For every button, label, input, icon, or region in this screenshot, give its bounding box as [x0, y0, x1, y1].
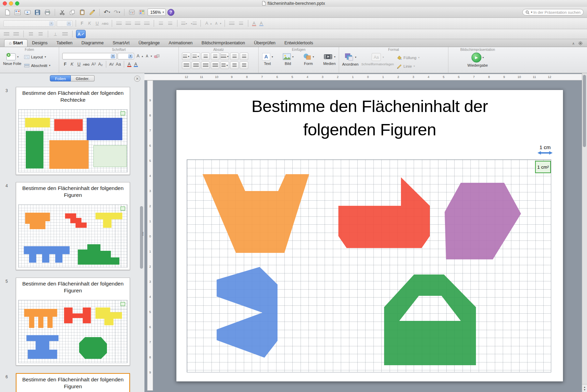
insert-medien-button[interactable]: ▾ Medien — [323, 53, 336, 66]
tab-start[interactable]: ⌂Start — [4, 39, 28, 47]
ribbon-group-bildschirmpraesentation: Bildschirmpräsentation ▶▾ Wiedergabe — [448, 47, 507, 73]
slide-thumbnail-6[interactable]: Bestimme den Flächeninhalt der folgenden… — [16, 373, 130, 392]
edit-text-button[interactable]: A — [76, 30, 86, 38]
insert-bild-button[interactable]: ▾ Bild — [282, 53, 294, 66]
toolbox-icon[interactable] — [128, 8, 136, 16]
chevron-down-icon: ▾ — [531, 11, 532, 14]
italic-button[interactable]: K — [69, 62, 75, 67]
media-browser-icon[interactable] — [138, 8, 146, 16]
blue-shape[interactable] — [217, 267, 278, 358]
wiedergabe-button[interactable]: ▶▾ Wiedergabe — [467, 53, 488, 67]
scroll-down-icon[interactable]: ▼ — [584, 389, 586, 391]
clear-formatting-icon[interactable] — [153, 53, 161, 59]
save-icon[interactable] — [33, 8, 42, 16]
insert-form-button[interactable]: ▾ Form — [303, 53, 314, 66]
abschnitt-button[interactable]: Abschnitt▾ — [24, 62, 50, 69]
smartart-convert-button[interactable] — [240, 61, 248, 69]
layout-button[interactable]: Layout▾ — [24, 53, 50, 60]
cut-icon[interactable] — [58, 8, 66, 16]
new-presentation-icon[interactable] — [3, 8, 12, 16]
new-slide-button[interactable]: ▾ Neue Folie — [3, 53, 21, 66]
print-icon[interactable] — [43, 8, 52, 16]
presentation-preview-icon[interactable] — [23, 8, 32, 16]
schnellformatvorlagen-button[interactable]: Aa▾ Schnellformatvorlagen — [361, 53, 394, 66]
scrollbar-thumb[interactable] — [583, 75, 586, 147]
slide-number: 6 — [6, 374, 8, 379]
text-direction-button[interactable] — [230, 53, 239, 60]
decrease-indent-button[interactable] — [201, 53, 210, 60]
quick-styles-icon: Aa — [371, 53, 381, 61]
numbered-list-button[interactable]: ▾ — [192, 53, 200, 60]
tab-diagramme[interactable]: Diagramme — [77, 40, 108, 47]
underline-button[interactable]: U — [76, 62, 82, 67]
orange-shape[interactable] — [203, 174, 309, 253]
change-case-button[interactable]: Aa — [116, 62, 121, 67]
font-color-button[interactable]: A — [127, 62, 132, 67]
help-icon[interactable]: ? — [167, 9, 174, 16]
linie-button[interactable]: Linie▾ — [396, 63, 420, 70]
sidebar-scrollbar[interactable] — [140, 206, 143, 269]
ruler-number: 3 — [148, 280, 153, 283]
line-pencil-icon — [396, 64, 402, 69]
tab-bildschirmpräsentation[interactable]: Bildschirmpräsentation — [197, 40, 249, 47]
superscript-button[interactable]: A² — [91, 62, 97, 67]
insert-text-button[interactable]: A▾ Text — [262, 53, 273, 66]
green-shape[interactable] — [384, 275, 476, 365]
fuellung-button[interactable]: Füllung▾ — [396, 54, 420, 61]
align-right-button[interactable] — [201, 61, 210, 69]
underline-button: U — [94, 21, 100, 26]
tab-entwicklertools[interactable]: Entwicklertools — [280, 40, 317, 47]
purple-shape[interactable] — [445, 183, 521, 259]
subscript-button[interactable]: A₂ — [98, 62, 104, 67]
align-text-vertical-button[interactable]: ▾ — [220, 61, 229, 69]
copy-icon[interactable] — [68, 8, 76, 16]
tab-animationen[interactable]: Animationen — [164, 40, 197, 47]
justify-button[interactable] — [211, 61, 219, 69]
redo-icon[interactable]: ↷▾ — [113, 8, 121, 16]
tab-smartart[interactable]: SmartArt — [108, 40, 134, 47]
vertical-scrollbar[interactable]: ▲ ▼ — [582, 73, 587, 392]
character-spacing-button[interactable]: AV — [109, 62, 115, 66]
text-wrap-button[interactable] — [230, 61, 239, 69]
secondary-toolbar: ⊥ A — [0, 29, 587, 39]
pane-resize-handle[interactable]: ••• — [142, 232, 144, 236]
ruler-number: 2 — [336, 75, 340, 79]
slide-gallery-icon[interactable] — [13, 8, 22, 16]
tab-folien[interactable]: Folien — [50, 75, 71, 81]
bullet-list-button[interactable]: ▾ — [182, 53, 191, 60]
tab-übergänge[interactable]: Übergänge — [134, 40, 164, 47]
columns-button[interactable] — [240, 53, 248, 60]
tab-überprüfen[interactable]: Überprüfen — [250, 40, 280, 47]
text-highlight-button[interactable]: A — [133, 62, 139, 67]
gear-icon[interactable] — [578, 41, 583, 46]
shrink-font-button[interactable]: A▾ — [144, 53, 152, 59]
undo-icon[interactable]: ↶▾ — [103, 8, 111, 16]
slide-thumbnail-4[interactable]: Bestimme den Flächeninhalt der folgenden… — [16, 182, 130, 270]
increase-indent-button[interactable] — [211, 53, 219, 60]
align-center-button[interactable] — [192, 61, 200, 69]
scroll-up-icon[interactable]: ▲ — [584, 386, 586, 388]
anordnen-button[interactable]: ▾ Anordnen — [342, 53, 359, 66]
strikethrough-button[interactable]: ABC — [83, 63, 90, 66]
grow-font-button[interactable]: A▴ — [135, 53, 143, 59]
legend-1cm2-box[interactable]: 1 cm² — [535, 161, 551, 173]
paste-icon[interactable] — [78, 8, 86, 16]
zoom-select[interactable]: 156%▾ — [148, 9, 166, 16]
collapse-ribbon-icon[interactable]: ∧ — [572, 42, 575, 45]
line-spacing-button[interactable]: ▾ — [220, 53, 229, 60]
double-arrow-icon — [537, 151, 553, 155]
slide[interactable]: Bestimme den Flächeninhalt der folgenden… — [176, 90, 563, 382]
tab-gliederung[interactable]: Glieder. — [71, 75, 95, 81]
slide-thumbnail-5[interactable]: Bestimme den Flächeninhalt der folgenden… — [16, 278, 130, 366]
red-shape[interactable] — [338, 177, 430, 248]
search-input[interactable]: ▾ In der Präsentation suchen — [522, 9, 584, 15]
tab-tabellen[interactable]: Tabellen — [52, 40, 77, 47]
align-left-button[interactable] — [182, 61, 191, 69]
slide-thumbnail-3[interactable]: Bestimme den Flächeninhalt der folgenden… — [16, 87, 130, 175]
font-name-combo[interactable]: ▾ — [62, 53, 117, 59]
font-size-combo[interactable]: ▾ — [118, 53, 134, 59]
close-pane-icon[interactable]: ✕ — [134, 76, 140, 82]
bold-button[interactable]: F — [62, 62, 68, 67]
tab-designs[interactable]: Designs — [28, 40, 52, 47]
format-painter-icon[interactable] — [88, 8, 96, 16]
